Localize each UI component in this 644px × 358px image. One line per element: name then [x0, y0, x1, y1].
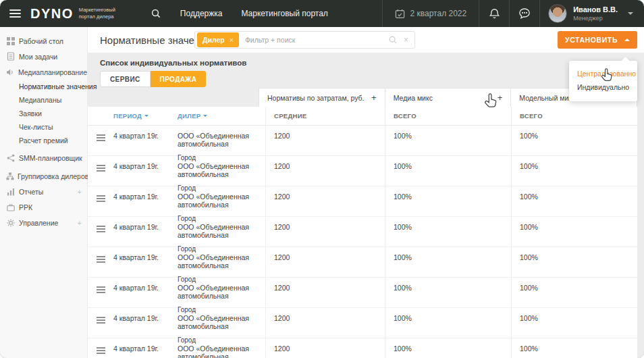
table-body: 4 квартал 19г. ООО «Объединенная автомоб… — [88, 126, 637, 358]
tab-service[interactable]: СЕРВИС — [100, 71, 151, 87]
install-dropdown: Централизованно Индивидуально — [569, 61, 637, 101]
sort-period[interactable]: ПЕРИОД — [113, 112, 178, 120]
logo: DYNO — [30, 6, 74, 22]
sidebar-item-management[interactable]: Управление + — [0, 215, 87, 230]
table-row[interactable]: 4 квартал 19г. ООО «Объединенная автомоб… — [88, 217, 637, 247]
main-content: Список индивидуальных нормативов СЕРВИС … — [88, 53, 644, 358]
table-row[interactable]: 4 квартал 19г. ООО «Объединенная автомоб… — [88, 156, 637, 186]
list-heading: Список индивидуальных нормативов — [100, 59, 246, 67]
filter-chip-dealer[interactable]: Дилер × — [197, 32, 239, 47]
search-placeholder: Фильтр + поиск — [245, 36, 388, 44]
gear-icon — [6, 219, 16, 227]
notifications-button[interactable] — [479, 0, 509, 27]
topbar-search-icon[interactable] — [133, 8, 161, 19]
subheader-average: СРЕДНИЕ — [265, 107, 385, 125]
quarter-label: 2 квартал 2022 — [410, 9, 467, 18]
topbar: DYNO Маркетинговый портал дилера Поддерж… — [0, 0, 644, 27]
tab-sales[interactable]: ПРОДАЖА — [151, 71, 207, 87]
expand-icon[interactable]: + — [78, 188, 82, 196]
org-icon — [6, 172, 14, 180]
user-menu[interactable]: Иванов В.В. Менеджер — [540, 0, 644, 27]
share-icon — [6, 154, 16, 162]
sidebar-item-bonus-calc[interactable]: Расчет премий — [0, 134, 87, 147]
sidebar-item-desktop[interactable]: Рабочий стол — [0, 33, 87, 49]
row-media-mix-value: 100% — [385, 338, 511, 358]
sort-dealer[interactable]: ДИЛЕР — [178, 112, 265, 120]
filter-search-input[interactable]: Дилер × Фильтр + поиск × — [194, 31, 415, 49]
dropdown-item-individual[interactable]: Индивидуально — [569, 80, 637, 94]
sidebar-item-checklists[interactable]: Чек-листы — [0, 120, 87, 134]
sidebar-item-smm-planner[interactable]: SMM-планировщик — [0, 150, 87, 165]
grid-icon — [6, 37, 16, 45]
quarter-selector[interactable]: 2 квартал 2022 — [383, 0, 479, 27]
chart-icon — [6, 188, 16, 196]
table-row[interactable]: 4 квартал 19г. ООО «Объединенная автомоб… — [88, 278, 637, 308]
chevron-up-icon — [624, 39, 630, 41]
chip-close-icon[interactable]: × — [230, 36, 234, 44]
drag-handle-icon[interactable] — [88, 338, 113, 358]
row-avg-value: 1200 — [265, 338, 385, 358]
clear-search-icon[interactable]: × — [404, 35, 408, 45]
table-row[interactable]: 4 квартал 19г. ООО «Объединенная автомоб… — [88, 186, 637, 217]
tabs: СЕРВИС ПРОДАЖА — [100, 71, 206, 87]
sidebar: Рабочий стол Мои задачи Медиапланировани… — [0, 27, 88, 358]
add-column-button[interactable]: + — [498, 93, 503, 103]
table-row[interactable]: 4 квартал 19г. ООО «Объединенная автомоб… — [88, 308, 637, 338]
table-row[interactable]: 4 квартал 19г. ООО «Объединенная автомоб… — [88, 247, 637, 278]
media-icon — [6, 68, 15, 76]
subheader-total-media: ВСЕГО — [385, 107, 511, 125]
topbar-right: 2 квартал 2022 Иванов В.В. Менеджер — [382, 0, 644, 27]
topbar-nav: Поддержка Маркетинговый портал — [161, 9, 328, 18]
sidebar-item-normative-values[interactable]: Нормативные значения — [0, 80, 87, 93]
user-name: Иванов В.В. — [573, 5, 618, 15]
group-costs: Нормативы по затратам, руб. + — [259, 88, 385, 107]
install-button[interactable]: УСТАНОВИТЬ — [558, 31, 637, 49]
sidebar-item-media-plans[interactable]: Медиапланы — [0, 93, 87, 107]
row-dealer: ООО «Объединенная автомобильная Город — [178, 338, 265, 358]
tasks-icon — [6, 52, 16, 61]
chat-bubble-icon — [518, 7, 531, 20]
table-header-row: ПЕРИОД ДИЛЕР СРЕДНИЕ ВСЕГО ВСЕГО — [88, 107, 637, 126]
dropdown-item-centralized[interactable]: Централизованно — [569, 67, 637, 80]
sidebar-item-reports[interactable]: Отчеты + — [0, 184, 87, 199]
chevron-down-icon — [628, 12, 633, 15]
sidebar-item-requests[interactable]: Заявки — [0, 107, 87, 120]
normatives-table: ПЕРИОД ДИЛЕР СРЕДНИЕ ВСЕГО ВСЕГО 4 кварт… — [88, 107, 637, 358]
calendar-icon — [395, 9, 405, 19]
user-role: Менеджер — [573, 15, 618, 22]
sidebar-item-ppk[interactable]: РРК — [0, 199, 87, 215]
collapse-icon[interactable]: – — [78, 68, 82, 76]
expand-icon[interactable]: + — [78, 219, 82, 227]
row-model-mix-value: 100% — [511, 338, 637, 358]
row-period: 4 квартал 19г. — [113, 338, 178, 358]
sidebar-item-my-tasks[interactable]: Мои задачи — [0, 49, 87, 64]
table-row[interactable]: 4 квартал 19г. ООО «Объединенная автомоб… — [88, 338, 637, 358]
nav-marketing-portal-link[interactable]: Маркетинговый портал — [241, 9, 327, 18]
briefcase-icon — [6, 203, 16, 211]
nav-support-link[interactable]: Поддержка — [180, 9, 223, 18]
hamburger-menu-icon[interactable] — [9, 7, 21, 20]
page-header: Нормативные значения Дилер × Фильтр + по… — [88, 27, 644, 53]
sort-chevron-icon — [144, 115, 149, 117]
group-media-mix: Медиа микс + — [385, 88, 512, 107]
logo-subtitle: Маркетинговый портал дилера — [79, 7, 115, 20]
add-column-button[interactable]: + — [371, 93, 377, 103]
subheader-total-model: ВСЕГО — [511, 107, 637, 125]
avatar — [548, 4, 567, 23]
table-row[interactable]: 4 квартал 19г. ООО «Объединенная автомоб… — [88, 126, 637, 156]
sidebar-item-media-planning[interactable]: Медиапланирование – — [0, 64, 87, 80]
search-icon — [388, 35, 398, 45]
app-window: DYNO Маркетинговый портал дилера Поддерж… — [0, 0, 644, 358]
bell-icon — [489, 8, 500, 20]
messages-button[interactable] — [510, 0, 539, 27]
sidebar-item-dealer-grouping[interactable]: Группировка дилеров + — [0, 168, 87, 184]
sort-chevron-icon — [203, 115, 207, 117]
expand-icon[interactable]: + — [78, 172, 82, 180]
